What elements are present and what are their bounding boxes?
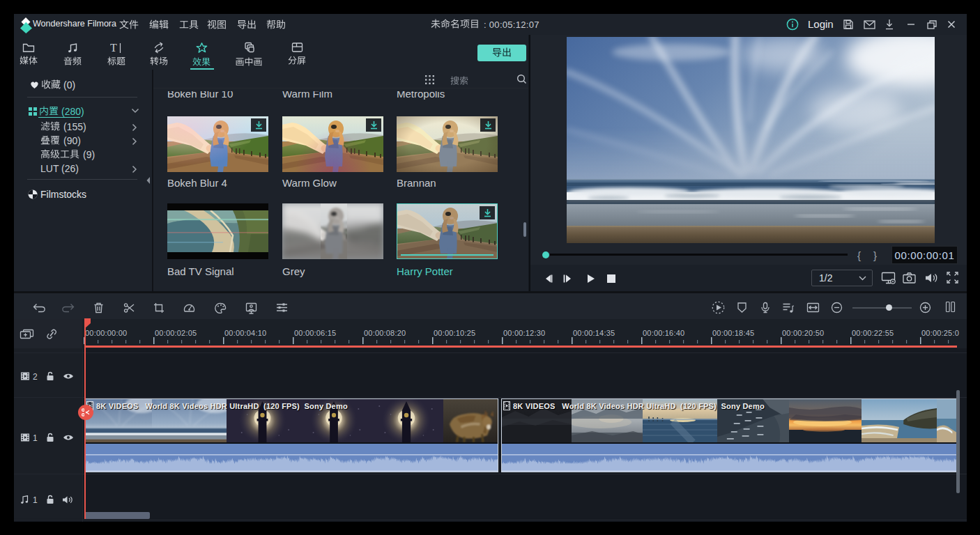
svg-text:T: T: [110, 42, 117, 54]
